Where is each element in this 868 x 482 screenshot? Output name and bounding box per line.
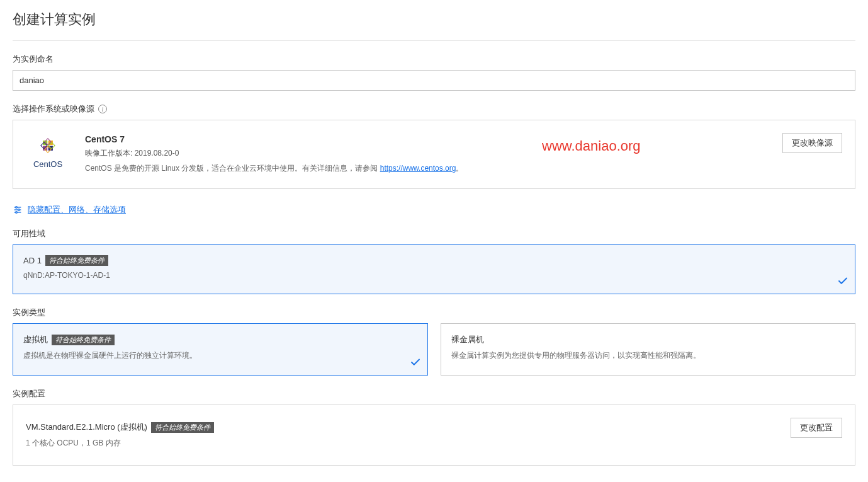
os-link[interactable]: https://www.centos.org bbox=[380, 164, 456, 173]
watermark: www.daniao.org bbox=[542, 138, 641, 154]
shape-desc: 1 个核心 OCPU，1 GB 内存 bbox=[26, 438, 842, 449]
svg-point-11 bbox=[16, 207, 18, 209]
os-version: 映像工作版本: 2019.08.20-0 bbox=[85, 148, 463, 159]
shape-panel: VM.Standard.E2.1.Micro (虚拟机) 符合始终免费条件 1 … bbox=[13, 405, 855, 466]
vm-desc: 虚拟机是在物理裸金属硬件上运行的独立计算环境。 bbox=[23, 350, 417, 361]
ad-option-card[interactable]: AD 1 符合始终免费条件 qNnD:AP-TOKYO-1-AD-1 bbox=[13, 244, 855, 294]
svg-point-13 bbox=[16, 212, 18, 214]
settings-icon bbox=[13, 205, 23, 215]
check-icon bbox=[410, 357, 421, 370]
os-desc-suffix: 。 bbox=[456, 164, 463, 173]
vm-type-card[interactable]: 虚拟机 符合始终免费条件 虚拟机是在物理裸金属硬件上运行的独立计算环境。 bbox=[13, 323, 428, 376]
type-label: 实例类型 bbox=[13, 307, 45, 318]
free-badge: 符合始终免费条件 bbox=[52, 335, 115, 345]
page-title: 创建计算实例 bbox=[13, 0, 855, 41]
bm-type-card[interactable]: 裸金属机 裸金属计算实例为您提供专用的物理服务器访问，以实现高性能和强隔离。 bbox=[441, 323, 856, 376]
os-name: CentOS 7 bbox=[85, 134, 463, 144]
instance-name-input[interactable] bbox=[13, 70, 855, 91]
centos-logo-text: CentOS bbox=[33, 159, 62, 169]
shape-label: 实例配置 bbox=[13, 388, 45, 399]
bm-desc: 裸金属计算实例为您提供专用的物理服务器访问，以实现高性能和强隔离。 bbox=[451, 350, 845, 361]
os-panel: CentOS CentOS 7 映像工作版本: 2019.08.20-0 Cen… bbox=[13, 120, 855, 189]
ad-sub: qNnD:AP-TOKYO-1-AD-1 bbox=[23, 271, 845, 280]
os-source-label: 选择操作系统或映像源 bbox=[13, 103, 94, 115]
hide-config-link[interactable]: 隐藏配置、网络、存储选项 bbox=[28, 204, 126, 215]
free-badge: 符合始终免费条件 bbox=[151, 422, 214, 433]
os-desc-prefix: CentOS 是免费的开源 Linux 分发版，适合在企业云环境中使用。有关详细… bbox=[85, 164, 380, 173]
instance-name-label: 为实例命名 bbox=[13, 54, 54, 65]
change-image-button[interactable]: 更改映像源 bbox=[782, 133, 842, 153]
ad-label: 可用性域 bbox=[13, 228, 45, 239]
svg-point-12 bbox=[18, 209, 20, 211]
vm-title: 虚拟机 bbox=[23, 334, 48, 345]
check-icon bbox=[837, 275, 848, 289]
shape-name: VM.Standard.E2.1.Micro (虚拟机) bbox=[26, 422, 147, 433]
change-shape-button[interactable]: 更改配置 bbox=[791, 418, 842, 438]
free-badge: 符合始终免费条件 bbox=[45, 255, 108, 266]
bm-title: 裸金属机 bbox=[451, 334, 484, 345]
centos-logo: CentOS bbox=[26, 134, 70, 169]
info-icon[interactable]: i bbox=[98, 105, 107, 113]
ad-title: AD 1 bbox=[23, 256, 42, 265]
